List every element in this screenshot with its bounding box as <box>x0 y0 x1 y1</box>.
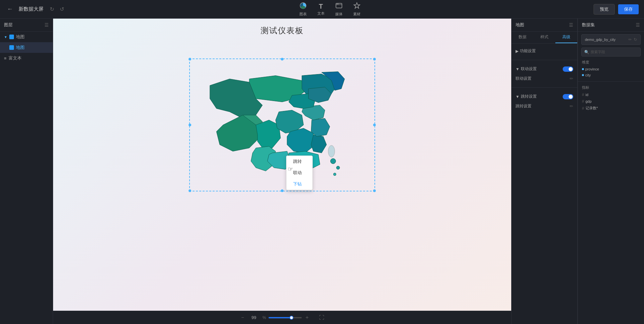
undo-button[interactable]: ↻ <box>47 5 56 14</box>
ind-gdp-name: gdp <box>586 99 592 103</box>
layer-map[interactable]: 地图 <box>0 42 53 53</box>
indicator-section: 指标 # id # gdp # 记录数* <box>578 83 644 114</box>
link-edit-icon[interactable]: ✏ <box>570 76 573 81</box>
context-menu-link[interactable]: 联动 <box>286 167 312 178</box>
dim-city-name: city <box>585 73 591 77</box>
canvas-bottom: － 99 % ＋ ⛶ <box>53 311 511 324</box>
indicator-gdp[interactable]: # gdp <box>582 98 640 105</box>
jump-edit-icon[interactable]: ✏ <box>570 104 573 109</box>
layers-menu-icon[interactable]: ☰ <box>44 22 49 28</box>
ind-hash-record: # <box>582 106 584 111</box>
topbar-right: 预览 保存 <box>594 4 639 15</box>
divider-data <box>578 81 644 82</box>
layer-group-label: 地图 <box>16 34 25 40</box>
resize-handle-tc[interactable] <box>281 58 283 60</box>
link-toggle[interactable] <box>563 66 573 72</box>
settings-tabs: 数据 样式 高级 <box>512 32 577 44</box>
context-menu: 跳转 联动 下钻 <box>286 156 313 190</box>
toolbar-chart[interactable]: 图表 <box>299 2 307 17</box>
tab-advanced[interactable]: 高级 <box>555 32 577 43</box>
data-header: 数据集 ☰ <box>578 19 644 32</box>
divider-2 <box>512 87 577 88</box>
zoom-value: 99 <box>248 315 260 320</box>
tab-data[interactable]: 数据 <box>512 32 533 43</box>
topbar-center: 图表 T 文本 媒体 素材 <box>299 2 361 17</box>
dataset-refresh-icon[interactable]: ↻ <box>634 37 637 42</box>
map-settings-sidebar: 地图 ☰ 数据 样式 高级 ▶ 功能设置 ▼ 联动设置 <box>511 19 578 324</box>
resize-handle-bc[interactable] <box>281 189 283 192</box>
resize-handle-ml[interactable] <box>189 124 191 126</box>
data-title: 数据集 <box>582 22 595 28</box>
link-sub-settings-row[interactable]: 联动设置 ✏ <box>512 74 577 83</box>
data-menu-icon[interactable]: ☰ <box>636 22 640 28</box>
preview-button[interactable]: 预览 <box>594 4 615 15</box>
material-icon <box>353 2 361 11</box>
zoom-percent: % <box>263 315 266 320</box>
svg-point-6 <box>333 173 336 176</box>
resize-handle-tl[interactable] <box>189 58 191 60</box>
jump-toggle[interactable] <box>563 94 573 99</box>
expand-down-icon-2: ▼ <box>516 94 520 99</box>
dimension-province[interactable]: province <box>582 66 640 72</box>
save-button[interactable]: 保存 <box>618 4 639 14</box>
tab-style[interactable]: 样式 <box>533 32 555 43</box>
chart-icon <box>299 2 307 11</box>
link-settings-row[interactable]: ▼ 联动设置 <box>512 64 577 74</box>
layer-group-map[interactable]: ▼ 地图 <box>0 32 53 42</box>
context-menu-download[interactable]: 下钻 <box>286 178 312 190</box>
resize-handle-bl[interactable] <box>189 189 191 192</box>
resize-handle-tr[interactable] <box>373 58 376 60</box>
dataset-edit-icon[interactable]: ✏ <box>628 37 632 42</box>
link-settings-section: ▼ 联动设置 联动设置 ✏ <box>512 61 577 86</box>
ind-record-name: 记录数* <box>586 106 598 111</box>
jump-settings-section: ▼ 跳转设置 跳转设置 ✏ <box>512 89 577 114</box>
media-label: 媒体 <box>335 12 343 17</box>
indicator-label: 指标 <box>582 85 640 90</box>
topbar: ← 新数据大屏 ↻ ↺ 图表 T 文本 媒体 素材 <box>0 0 644 19</box>
fullscreen-button[interactable]: ⛶ <box>319 315 324 321</box>
jump-sub-settings-row[interactable]: 跳转设置 ✏ <box>512 101 577 111</box>
toolbar-text[interactable]: T 文本 <box>317 3 325 16</box>
search-field[interactable]: 🔍 搜索字段 <box>581 48 641 56</box>
svg-point-2 <box>337 4 337 4</box>
back-button[interactable]: ← <box>5 5 15 14</box>
dim-dot-city <box>582 74 584 76</box>
redo-button[interactable]: ↺ <box>57 5 66 14</box>
ind-hash-gdp: # <box>582 99 584 104</box>
search-placeholder: 搜索字段 <box>591 50 605 54</box>
svg-point-5 <box>336 166 340 169</box>
dataset-name: demo_gdp_by_city <box>585 38 615 42</box>
map-settings-menu-icon[interactable]: ☰ <box>569 22 573 28</box>
func-settings-row[interactable]: ▶ 功能设置 <box>512 46 577 56</box>
toolbar-media[interactable]: 媒体 <box>335 2 343 17</box>
dimension-label: 维度 <box>582 60 640 65</box>
jump-toggle-thumb <box>569 95 573 99</box>
china-map-svg <box>190 59 374 191</box>
expand-right-icon: ▶ <box>516 49 519 54</box>
func-settings-label: ▶ 功能设置 <box>516 48 536 54</box>
topbar-left: ← 新数据大屏 ↻ ↺ <box>5 5 66 14</box>
map-component[interactable]: 跳转 联动 下钻 ☞ <box>189 58 375 191</box>
resize-handle-mr[interactable] <box>373 124 376 126</box>
jump-settings-row[interactable]: ▼ 跳转设置 <box>512 92 577 101</box>
context-menu-jump[interactable]: 跳转 <box>286 156 312 167</box>
indicator-record[interactable]: # 记录数* <box>582 105 640 112</box>
dataset-selector[interactable]: demo_gdp_by_city ✏ ↻ <box>581 34 641 45</box>
jump-settings-label: ▼ 跳转设置 <box>516 94 537 99</box>
media-icon <box>335 2 343 11</box>
zoom-in-button[interactable]: ＋ <box>304 314 310 321</box>
layer-rich-text[interactable]: ≡ 富文本 <box>0 53 53 63</box>
ind-id-name: id <box>586 93 589 97</box>
layer-rich-label: 富文本 <box>9 55 22 61</box>
jump-sub-label: 跳转设置 <box>516 103 531 109</box>
toolbar-material[interactable]: 素材 <box>353 2 361 17</box>
zoom-slider[interactable] <box>269 317 302 318</box>
indicator-id[interactable]: # id <box>582 91 640 98</box>
page-title: 新数据大屏 <box>19 6 43 12</box>
ind-hash-id: # <box>582 92 584 97</box>
canvas-content[interactable]: 测试仪表板 <box>53 19 511 311</box>
zoom-out-button[interactable]: － <box>240 314 245 321</box>
resize-handle-br[interactable] <box>373 189 376 192</box>
layers-title: 图层 <box>4 22 13 28</box>
dimension-city[interactable]: city <box>582 72 640 78</box>
